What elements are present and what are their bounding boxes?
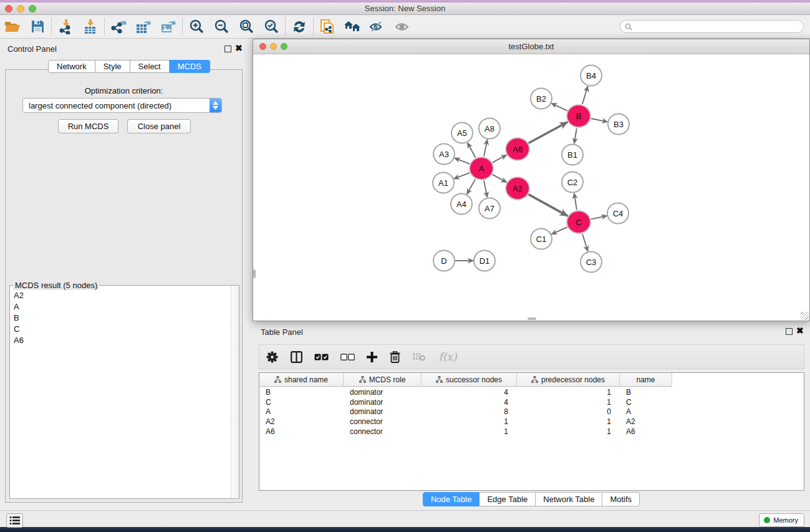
tab-edge-table[interactable]: Edge Table (480, 492, 536, 506)
graph-edge-A-A7[interactable] (484, 181, 487, 198)
graph-edge-B-B2[interactable] (551, 104, 567, 111)
graph-edge-B-B4[interactable] (582, 86, 588, 104)
close-panel-button[interactable]: Close panel (127, 119, 191, 133)
graph-node-A2[interactable]: A2 (506, 177, 529, 200)
graph-edge-A-A8[interactable] (484, 140, 487, 157)
mcds-result-item[interactable]: A2 (11, 289, 230, 301)
graph-node-A3[interactable]: A3 (433, 144, 455, 165)
function-builder-icon[interactable]: f(x) (432, 347, 464, 367)
export-table-icon[interactable] (131, 17, 156, 37)
network-resize-grip[interactable] (801, 312, 809, 320)
refresh-icon[interactable] (287, 17, 312, 37)
search-input[interactable] (632, 22, 803, 31)
graph-node-D[interactable]: D (433, 251, 455, 271)
graph-node-D1[interactable]: D1 (474, 251, 495, 271)
zoom-fit-icon[interactable] (234, 17, 259, 37)
graph-edge-A-A6[interactable] (493, 155, 507, 162)
graph-edge-C-C1[interactable] (551, 227, 567, 234)
table-float-panel-icon[interactable] (786, 328, 793, 335)
table-row[interactable]: A2connector11A2 (259, 417, 804, 427)
import-network-icon[interactable] (53, 17, 78, 37)
graph-edge-B-B3[interactable] (591, 118, 608, 122)
columns-icon[interactable] (284, 347, 308, 367)
graph-edge-A-A5[interactable] (468, 143, 476, 158)
graph-node-A4[interactable]: A4 (451, 194, 472, 215)
zoom-selected-icon[interactable] (259, 17, 284, 37)
table-close-panel-icon[interactable]: ✖ (796, 326, 804, 335)
column-header-name[interactable]: name (620, 373, 672, 387)
mcds-result-item[interactable]: A6 (11, 334, 230, 346)
run-mcds-button[interactable]: Run MCDS (58, 119, 118, 133)
graph-node-C1[interactable]: C1 (531, 229, 552, 249)
zoom-in-icon[interactable] (184, 17, 209, 37)
graph-node-C4[interactable]: C4 (607, 203, 629, 224)
gear-icon[interactable] (259, 347, 284, 367)
graph-edge-A-A1[interactable] (454, 173, 470, 179)
graph-edge-C-C2[interactable] (574, 193, 577, 210)
network-horizontal-scrollbar[interactable] (528, 317, 536, 320)
zoom-out-icon[interactable] (209, 17, 234, 37)
close-panel-icon[interactable]: ✖ (235, 44, 243, 52)
network-vertical-scrollbar[interactable] (253, 269, 256, 278)
search-field[interactable] (620, 20, 804, 33)
column-header-successor-nodes[interactable]: successor nodes (422, 373, 517, 387)
duplicate-network-icon[interactable] (315, 17, 340, 37)
tab-style[interactable]: Style (95, 60, 130, 73)
mcds-result-item[interactable]: C (11, 323, 230, 334)
graph-node-B2[interactable]: B2 (531, 89, 552, 109)
column-header-MCDS-role[interactable]: MCDS role (344, 373, 422, 387)
graph-edge-A-A3[interactable] (455, 158, 470, 163)
column-header-predecessor-nodes[interactable]: predecessor nodes (517, 373, 620, 387)
delete-table-icon[interactable] (407, 347, 432, 367)
graph-node-A1[interactable]: A1 (433, 173, 454, 193)
criterion-select[interactable]: largest connected component (directed) (22, 98, 222, 113)
graph-edge-B-B1[interactable] (574, 128, 577, 143)
tab-mcds[interactable]: MCDS (170, 60, 210, 73)
open-session-icon[interactable] (0, 17, 25, 37)
graph-node-B4[interactable]: B4 (581, 65, 602, 86)
tab-motifs[interactable]: Motifs (602, 492, 640, 506)
graph-node-A7[interactable]: A7 (479, 198, 500, 219)
tab-node-table[interactable]: Node Table (423, 492, 480, 506)
graph-node-C2[interactable]: C2 (562, 172, 583, 193)
panel-list-icon[interactable] (6, 513, 23, 528)
tab-network[interactable]: Network (48, 60, 95, 73)
network-window-titlebar[interactable]: testGlobe.txt (253, 39, 809, 54)
graph-node-A[interactable]: A (470, 157, 493, 180)
table-row[interactable]: A6connector11A6 (259, 427, 804, 437)
eye-slash-icon[interactable] (365, 17, 390, 37)
graph-node-A8[interactable]: A8 (479, 118, 500, 139)
select-all-icon[interactable] (308, 347, 334, 367)
graph-node-B3[interactable]: B3 (608, 114, 629, 135)
add-icon[interactable] (360, 347, 383, 367)
save-session-icon[interactable] (25, 17, 50, 37)
graph-edge-C-C4[interactable] (591, 216, 607, 220)
table-row[interactable]: Adominator80A (259, 407, 804, 417)
network-canvas[interactable]: B4B2BB3A5A8A6B1A3AC2A1A2A4A7C4CC1C3DD1 (253, 54, 809, 321)
mcds-result-item[interactable]: B (11, 312, 230, 323)
houses-icon[interactable] (340, 17, 365, 37)
import-table-icon[interactable] (78, 17, 103, 37)
export-network-icon[interactable] (106, 17, 131, 37)
graph-edge-A-A2[interactable] (493, 175, 507, 183)
graph-edge-A6-B[interactable] (529, 122, 568, 143)
graph-node-A6[interactable]: A6 (506, 138, 529, 160)
delete-icon[interactable] (383, 347, 407, 367)
graph-node-B1[interactable]: B1 (562, 145, 583, 165)
float-panel-icon[interactable] (224, 46, 231, 52)
graph-node-A5[interactable]: A5 (451, 123, 473, 143)
table-row[interactable]: Cdominator41C (259, 397, 804, 407)
graph-node-C[interactable]: C (567, 211, 591, 233)
eye-icon[interactable] (390, 17, 415, 37)
column-header-shared-name[interactable]: shared name (259, 373, 344, 387)
graph-edge-A-A4[interactable] (467, 179, 475, 194)
mcds-result-scrollbar[interactable] (231, 286, 239, 498)
graph-edge-C-C3[interactable] (582, 234, 588, 251)
tab-network-table[interactable]: Network Table (536, 492, 602, 506)
graph-edge-A2-C[interactable] (529, 195, 568, 216)
memory-button[interactable]: Memory (759, 513, 804, 527)
export-image-icon[interactable] (156, 17, 181, 37)
table-row[interactable]: Bdominator41B (259, 387, 804, 397)
graph-node-B[interactable]: B (567, 105, 591, 127)
deselect-all-icon[interactable] (334, 347, 360, 367)
